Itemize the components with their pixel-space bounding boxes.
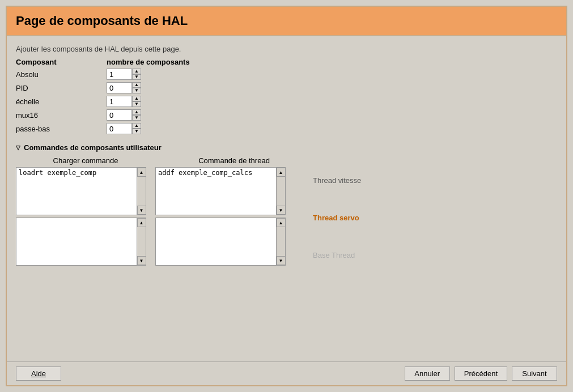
scroll-track-1	[137, 177, 146, 206]
charger-commande-top: loadrt exemple_comp ▲ ▼	[16, 167, 146, 215]
input-passe-bas[interactable]	[107, 123, 132, 134]
scroll-down-4[interactable]: ▼	[277, 256, 286, 265]
row-absolu: Absolu ▲ ▼	[16, 69, 557, 80]
spinner-down-absolu[interactable]: ▼	[132, 74, 141, 80]
spinner-down-passe-bas[interactable]: ▼	[132, 129, 141, 134]
thread-vitesse-label: Thread vitesse	[313, 176, 361, 185]
thread-servo-container: Thread servo	[313, 214, 398, 222]
thread-commande-bottom-content[interactable]	[156, 218, 276, 265]
scroll-track-3	[137, 227, 146, 256]
thread-base-container: Base Thread	[313, 251, 398, 259]
spinner-absolu: ▲ ▼	[107, 69, 141, 80]
row-passe-bas: passe-bas ▲ ▼	[16, 123, 557, 134]
scroll-down-1[interactable]: ▼	[137, 206, 146, 215]
thread-base-label: Base Thread	[313, 251, 355, 259]
triangle-icon: ▽	[16, 144, 20, 151]
spinner-mux16: ▲ ▼	[107, 109, 141, 121]
footer-right: Annuler Précédent Suivant	[405, 367, 557, 381]
thread-commande-bottom: ▲ ▼	[155, 218, 286, 266]
scroll-bar-2: ▲ ▼	[276, 168, 285, 215]
input-pid[interactable]	[107, 82, 132, 93]
scroll-down-2[interactable]: ▼	[277, 206, 286, 215]
dialog-title: Page de composants de HAL	[16, 14, 557, 28]
input-mux16[interactable]	[107, 109, 132, 121]
main-dialog: Page de composants de HAL Ajouter les co…	[6, 6, 567, 386]
charger-commande-bottom: ▲ ▼	[16, 218, 146, 266]
input-echelle[interactable]	[107, 96, 132, 107]
thread-servo-label: Thread servo	[313, 214, 359, 222]
spinner-down-pid[interactable]: ▼	[132, 88, 141, 93]
dialog-footer: Aide Annuler Précédent Suivant	[7, 361, 566, 385]
row-pid: PID ▲ ▼	[16, 82, 557, 93]
suivant-button[interactable]: Suivant	[512, 367, 557, 381]
charger-commande-top-content[interactable]: loadrt exemple_comp	[16, 168, 137, 215]
annuler-button[interactable]: Annuler	[405, 367, 450, 381]
spinner-down-echelle[interactable]: ▼	[132, 101, 141, 107]
scroll-up-3[interactable]: ▲	[137, 218, 146, 227]
col1-header: Charger commande	[16, 156, 155, 165]
aide-button[interactable]: Aide	[16, 367, 61, 381]
scroll-bar-1: ▲ ▼	[137, 168, 146, 215]
user-commands-label: Commandes de composants utilisateur	[24, 143, 162, 152]
label-passe-bas: passe-bas	[16, 125, 107, 133]
col2-header: Commande de thread	[164, 156, 304, 165]
scroll-track-4	[277, 227, 285, 256]
scroll-up-2[interactable]: ▲	[277, 168, 286, 177]
commands-section: Charger commande Commande de thread load…	[16, 156, 557, 266]
label-echelle: échelle	[16, 97, 107, 106]
textarea-top-row: loadrt exemple_comp ▲ ▼ addf exemple_com…	[16, 167, 304, 215]
row-echelle: échelle ▲ ▼	[16, 96, 557, 107]
spinner-buttons-passe-bas: ▲ ▼	[132, 123, 141, 134]
scroll-up-4[interactable]: ▲	[277, 218, 286, 227]
spinner-up-absolu[interactable]: ▲	[132, 69, 141, 74]
spinner-echelle: ▲ ▼	[107, 96, 141, 107]
row-mux16: mux16 ▲ ▼	[16, 109, 557, 121]
thread-commande-top: addf exemple_comp_calcs ▲ ▼	[155, 167, 286, 215]
thread-commande-top-content[interactable]: addf exemple_comp_calcs	[156, 168, 276, 215]
spinner-up-mux16[interactable]: ▲	[132, 109, 141, 115]
label-mux16: mux16	[16, 111, 107, 120]
scroll-down-3[interactable]: ▼	[137, 256, 146, 265]
threads-panel: Thread vitesse Thread servo Base Thread	[313, 156, 398, 266]
spinner-buttons-echelle: ▲ ▼	[132, 96, 141, 107]
label-pid: PID	[16, 84, 107, 92]
spinner-down-mux16[interactable]: ▼	[132, 115, 141, 121]
thread-vitesse-container: Thread vitesse	[313, 176, 398, 185]
col-composant-header: Composant	[16, 58, 107, 66]
col-nombre-header: nombre de composants	[107, 58, 197, 66]
components-table: Composant nombre de composants Absolu ▲ …	[16, 58, 557, 134]
column-headers-row: Charger commande Commande de thread	[16, 156, 304, 165]
scroll-track-2	[277, 177, 285, 206]
dialog-body: Ajouter les composants de HAL depuis cet…	[7, 36, 566, 361]
scroll-up-1[interactable]: ▲	[137, 168, 146, 177]
scroll-bar-3: ▲ ▼	[137, 218, 146, 265]
dialog-header: Page de composants de HAL	[7, 7, 566, 36]
spinner-buttons-absolu: ▲ ▼	[132, 69, 141, 80]
spinner-passe-bas: ▲ ▼	[107, 123, 141, 134]
input-absolu[interactable]	[107, 69, 132, 80]
spinner-buttons-mux16: ▲ ▼	[132, 109, 141, 121]
precedent-button[interactable]: Précédent	[455, 367, 507, 381]
scroll-bar-4: ▲ ▼	[276, 218, 285, 265]
spinner-up-passe-bas[interactable]: ▲	[132, 123, 141, 129]
spinner-pid: ▲ ▼	[107, 82, 141, 93]
textarea-bottom-row: ▲ ▼ ▲ ▼	[16, 218, 304, 266]
spinner-up-echelle[interactable]: ▲	[132, 96, 141, 101]
subtitle: Ajouter les composants de HAL depuis cet…	[16, 45, 557, 53]
spinner-buttons-pid: ▲ ▼	[132, 82, 141, 93]
commands-left: Charger commande Commande de thread load…	[16, 156, 304, 266]
charger-commande-bottom-content[interactable]	[16, 218, 137, 265]
label-absolu: Absolu	[16, 70, 107, 79]
table-header: Composant nombre de composants	[16, 58, 557, 66]
user-commands-header: ▽ Commandes de composants utilisateur	[16, 143, 557, 152]
spinner-up-pid[interactable]: ▲	[132, 82, 141, 88]
